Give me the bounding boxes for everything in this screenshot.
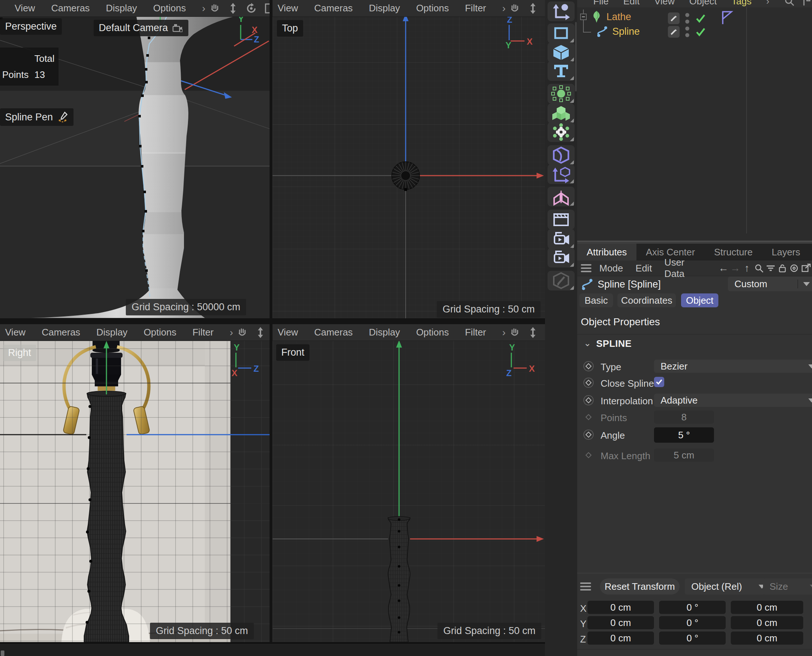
dolly-icon[interactable]	[256, 327, 265, 338]
render-settings-tool[interactable]	[548, 210, 574, 229]
filter-icon[interactable]	[765, 263, 776, 273]
text-tool[interactable]	[548, 61, 574, 81]
close-spline-checkbox[interactable]	[654, 377, 664, 387]
rot-y-input[interactable]: 0 °	[659, 616, 726, 629]
enabled-check-icon[interactable]	[695, 13, 706, 24]
om-menu-view[interactable]: View	[655, 0, 675, 7]
coords-mode-dropdown[interactable]: Object (Rel)	[685, 579, 772, 594]
search-icon[interactable]	[753, 263, 764, 273]
move-axis-tool[interactable]	[548, 2, 574, 21]
attr-menu-user-data[interactable]: User Data	[664, 257, 705, 280]
dolly-icon[interactable]	[228, 3, 238, 14]
popout-icon[interactable]	[800, 263, 812, 273]
lock-icon[interactable]	[776, 263, 788, 273]
menu-filter[interactable]: Filter	[465, 3, 486, 14]
viewport-top[interactable]: View Cameras Display Options Filter › To…	[273, 0, 545, 318]
menu-view[interactable]: View	[15, 3, 35, 14]
menu-display[interactable]: Display	[106, 3, 137, 14]
simulation-tool[interactable]	[548, 122, 574, 142]
keyframe-diamond-icon[interactable]	[583, 377, 594, 388]
cube-primitive-tool[interactable]	[548, 42, 574, 62]
attr-menu-edit[interactable]: Edit	[636, 263, 652, 274]
angle-input[interactable]: 5 °	[654, 427, 714, 443]
object-name[interactable]: Lathe	[607, 11, 631, 23]
keyframe-diamond-icon[interactable]	[583, 395, 594, 406]
rot-x-input[interactable]: 0 °	[659, 601, 726, 614]
right-scene[interactable]	[0, 324, 270, 642]
om-menu-overflow-icon[interactable]: ›	[766, 0, 770, 7]
menu-display[interactable]: Display	[369, 327, 400, 338]
rotate-icon[interactable]	[246, 3, 257, 14]
section-coordinates-button[interactable]: Coordinates	[617, 294, 676, 307]
pos-x-input[interactable]: 0 cm	[587, 601, 654, 614]
edit-enable-icon[interactable]	[668, 26, 679, 38]
menu-cameras[interactable]: Cameras	[314, 3, 353, 14]
menu-filter[interactable]: Filter	[465, 327, 486, 338]
object-row-spline[interactable]: Spline	[577, 24, 746, 39]
layout-icon[interactable]	[803, 0, 812, 6]
front-scene[interactable]	[273, 324, 545, 642]
menu-display[interactable]: Display	[369, 3, 400, 14]
pan-hand-icon[interactable]	[209, 3, 220, 14]
viewport-perspective[interactable]: View Cameras Display Options › Perspecti…	[0, 0, 270, 318]
camera-chip[interactable]: Default Camera	[94, 20, 188, 36]
rectangle-spline-tool[interactable]	[548, 23, 574, 43]
attribute-menu-icon[interactable]	[581, 264, 591, 272]
menu-options[interactable]: Options	[144, 327, 177, 338]
symmetry-tool[interactable]	[548, 187, 574, 206]
history-back-icon[interactable]: ←	[718, 262, 729, 274]
viewport-front[interactable]: View Cameras Display Options Filter › Fr…	[273, 324, 545, 642]
panel-splitter[interactable]	[575, 22, 577, 91]
menu-view[interactable]: View	[278, 327, 298, 338]
menu-view[interactable]: View	[278, 3, 298, 14]
dolly-icon[interactable]	[528, 3, 538, 14]
reset-transform-button[interactable]: Reset Transform	[600, 579, 679, 594]
visibility-dots-icon[interactable]	[685, 12, 690, 25]
visibility-dots-icon[interactable]	[685, 26, 690, 38]
material-editor-tool[interactable]	[548, 271, 574, 291]
menu-overflow-icon[interactable]: ›	[502, 3, 505, 14]
coords-menu-icon[interactable]	[580, 582, 591, 591]
scale-y-input[interactable]: 0 cm	[731, 616, 803, 629]
pan-hand-icon[interactable]	[509, 327, 520, 338]
interpolation-dropdown[interactable]: Adaptive	[654, 394, 812, 407]
pos-y-input[interactable]: 0 cm	[587, 616, 654, 629]
spline-group-title[interactable]: SPLINE	[596, 338, 632, 350]
keyframe-diamond-icon[interactable]	[583, 429, 594, 440]
menu-overflow-icon[interactable]: ›	[502, 327, 505, 339]
deformer-tool[interactable]	[548, 145, 574, 165]
subdivision-surface-tool[interactable]	[548, 84, 574, 104]
menu-options[interactable]: Options	[416, 3, 449, 14]
scale-x-input[interactable]: 0 cm	[731, 601, 803, 614]
menu-options[interactable]: Options	[416, 327, 449, 338]
target-icon[interactable]	[788, 263, 800, 273]
tab-attributes[interactable]: Attributes	[577, 244, 636, 260]
parent-up-icon[interactable]: ↑	[741, 262, 753, 274]
phong-tag-icon[interactable]	[721, 11, 734, 26]
dolly-icon[interactable]	[528, 327, 538, 338]
om-menu-edit[interactable]: Edit	[623, 0, 640, 7]
tab-layers[interactable]: Layers	[762, 244, 810, 260]
edit-enable-icon[interactable]	[668, 12, 679, 24]
pan-hand-icon[interactable]	[237, 327, 248, 338]
preset-dropdown[interactable]: Custom	[728, 277, 812, 291]
history-forward-icon[interactable]: →	[729, 262, 741, 274]
menu-overflow-icon[interactable]: ›	[230, 327, 233, 339]
scale-z-input[interactable]: 0 cm	[731, 631, 803, 645]
render-view-tool[interactable]	[548, 229, 574, 249]
keyframe-diamond-icon[interactable]	[583, 361, 594, 372]
om-menu-file[interactable]: File	[593, 0, 609, 7]
rot-z-input[interactable]: 0 °	[659, 631, 726, 645]
attr-menu-mode[interactable]: Mode	[599, 263, 623, 274]
menu-cameras[interactable]: Cameras	[314, 327, 353, 338]
search-icon[interactable]	[784, 0, 795, 6]
menu-display[interactable]: Display	[96, 327, 127, 338]
om-menu-tags[interactable]: Tags	[732, 0, 752, 7]
volume-builder-tool[interactable]	[548, 104, 574, 123]
group-collapse-icon[interactable]: ⌄	[584, 338, 591, 348]
menu-overflow-icon[interactable]: ›	[202, 3, 205, 14]
render-picture-viewer-tool[interactable]	[548, 248, 574, 268]
menu-view[interactable]: View	[5, 327, 26, 338]
maximize-viewport-icon[interactable]	[265, 3, 270, 14]
pos-z-input[interactable]: 0 cm	[587, 631, 654, 645]
